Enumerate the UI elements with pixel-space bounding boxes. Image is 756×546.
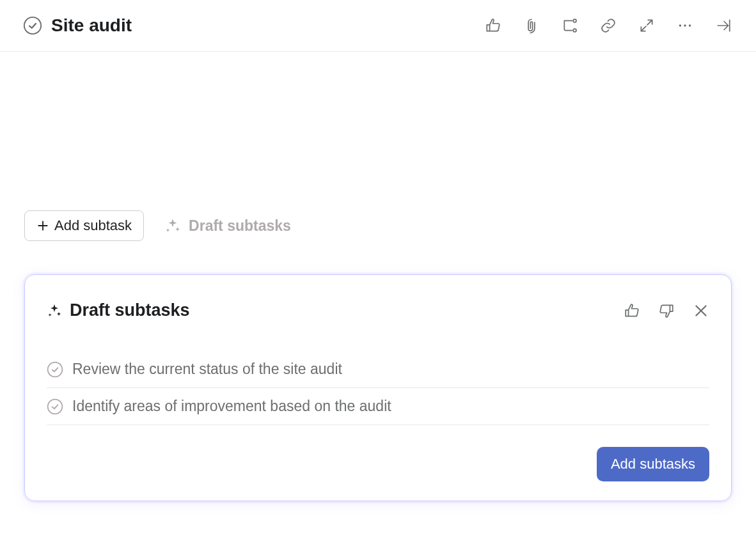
sparkle-icon: [164, 217, 181, 234]
panel-title-wrap: Draft subtasks: [47, 300, 190, 320]
subtask-text: Review the current status of the site au…: [72, 361, 342, 378]
link-icon[interactable]: [600, 17, 617, 34]
svg-point-7: [48, 399, 63, 414]
draft-subtasks-label: Draft subtasks: [189, 217, 291, 235]
panel-title: Draft subtasks: [70, 300, 190, 320]
panel-header: Draft subtasks: [47, 300, 709, 320]
header-actions: [485, 17, 732, 34]
subtask-list: Review the current status of the site au…: [47, 351, 709, 425]
expand-icon[interactable]: [638, 17, 655, 34]
subtask-controls: Add subtask Draft subtasks: [24, 210, 732, 241]
attachment-icon[interactable]: [523, 17, 540, 34]
sparkle-icon: [47, 303, 62, 318]
header-left: Site audit: [23, 15, 132, 36]
complete-task-icon[interactable]: [23, 16, 42, 35]
svg-point-3: [679, 24, 681, 26]
svg-point-0: [24, 17, 41, 34]
svg-point-1: [573, 19, 576, 22]
collapse-right-icon[interactable]: [715, 17, 732, 34]
subtask-row[interactable]: Review the current status of the site au…: [47, 351, 709, 388]
like-icon[interactable]: [485, 17, 501, 34]
svg-point-2: [573, 29, 576, 32]
add-subtask-button[interactable]: Add subtask: [24, 210, 144, 241]
subtask-text: Identify areas of improvement based on t…: [72, 398, 391, 415]
task-content: Add subtask Draft subtasks Draft subtask…: [0, 52, 756, 501]
subtask-icon[interactable]: [562, 17, 578, 34]
plus-icon: [36, 219, 49, 232]
add-subtasks-button[interactable]: Add subtasks: [597, 447, 709, 481]
task-header: Site audit: [0, 0, 756, 52]
more-icon[interactable]: [677, 17, 693, 34]
thumbs-down-icon[interactable]: [658, 302, 675, 319]
draft-subtasks-link[interactable]: Draft subtasks: [164, 217, 291, 235]
svg-point-5: [689, 24, 691, 26]
close-icon[interactable]: [693, 302, 709, 319]
subtask-row[interactable]: Identify areas of improvement based on t…: [47, 388, 709, 425]
check-circle-icon[interactable]: [47, 361, 63, 378]
add-subtask-label: Add subtask: [54, 217, 132, 234]
svg-point-6: [48, 362, 63, 377]
thumbs-up-icon[interactable]: [624, 302, 640, 319]
check-circle-icon[interactable]: [47, 398, 63, 415]
panel-footer: Add subtasks: [47, 447, 709, 481]
panel-actions: [624, 302, 709, 319]
svg-point-4: [684, 24, 686, 26]
task-title[interactable]: Site audit: [51, 15, 132, 36]
draft-subtasks-panel: Draft subtasks Review the current status…: [24, 274, 732, 501]
